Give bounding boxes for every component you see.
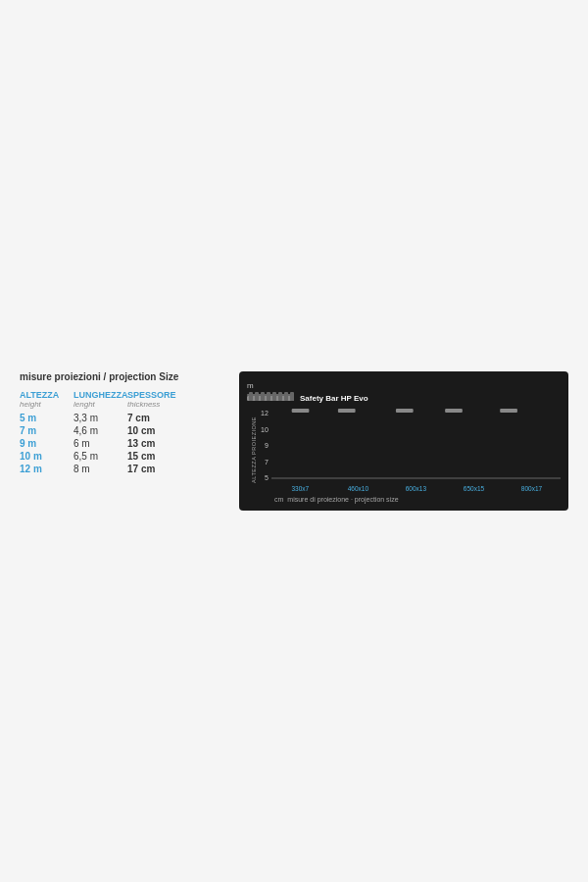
col-header-length: lunghezza lenght — [74, 390, 127, 409]
y-unit-label: m — [247, 381, 561, 390]
x-bottom-row: cm misure di proiezione · projection siz… — [247, 496, 561, 503]
svg-rect-2 — [249, 392, 253, 401]
title-italian: misure proiezioni — [20, 371, 101, 382]
left-panel: misure proiezioni / projection Size ALTE… — [20, 371, 216, 474]
table-header: ALTEZZA HEIGHT lunghezza lenght spessore… — [20, 390, 216, 409]
y-axis-label: ALTEZZA PROIEZIONE — [251, 416, 257, 483]
x-unit: cm — [274, 496, 283, 503]
y-label: 9 — [265, 442, 269, 449]
product-icon — [247, 392, 296, 404]
cell-length: 6 m — [74, 438, 127, 449]
table-row: 10 m 6,5 m 15 cm — [20, 451, 216, 462]
x-labels-row: 330x7460x10600x13650x15800x17 — [271, 485, 561, 492]
x-label: 800x17 — [503, 485, 561, 492]
svg-rect-12 — [291, 409, 309, 413]
y-label: 10 — [261, 426, 269, 433]
y-label: 5 — [265, 474, 269, 481]
chart-header: Safety Bar HP Evo — [247, 392, 561, 404]
cell-length: 8 m — [74, 464, 127, 474]
cell-height: 10 m — [20, 451, 74, 462]
x-label: 460x10 — [329, 485, 387, 492]
svg-rect-6 — [272, 392, 276, 401]
table-row: 12 m 8 m 17 cm — [20, 464, 216, 474]
title-separator: / — [104, 371, 107, 382]
svg-rect-3 — [255, 392, 259, 401]
x-size-label: misure di proiezione · projection size — [287, 496, 398, 503]
y-label: 12 — [261, 410, 269, 416]
svg-rect-18 — [445, 409, 463, 413]
cell-thickness: 10 cm — [127, 425, 191, 436]
main-container: misure proiezioni / projection Size ALTE… — [20, 371, 568, 511]
section-title: misure proiezioni / projection Size — [20, 371, 216, 382]
cell-length: 3,3 m — [74, 413, 127, 423]
chart-panel: m Safety Bar HP Evo ALTEZZA PROIEZIONE — [239, 371, 568, 511]
svg-rect-4 — [261, 392, 265, 401]
chart-content: ALTEZZA PROIEZIONE 1210975 330x7460x1060… — [247, 408, 561, 492]
table-body: 5 m 3,3 m 7 cm 7 m 4,6 m 10 cm 9 m 6 m 1… — [20, 413, 216, 474]
product-name-label: Safety Bar HP Evo — [300, 394, 368, 403]
table-row: 5 m 3,3 m 7 cm — [20, 413, 216, 423]
cell-height: 5 m — [20, 413, 74, 423]
svg-rect-5 — [267, 392, 270, 401]
cell-thickness: 15 cm — [127, 451, 191, 462]
svg-rect-8 — [284, 392, 288, 401]
cell-height: 7 m — [20, 425, 74, 436]
chart-draw-area: 330x7460x10600x13650x15800x17 — [271, 408, 561, 492]
cell-length: 6,5 m — [74, 451, 127, 462]
svg-rect-7 — [278, 392, 282, 401]
table-row: 7 m 4,6 m 10 cm — [20, 425, 216, 436]
x-label: 650x15 — [445, 485, 503, 492]
cell-length: 4,6 m — [74, 425, 127, 436]
y-label: 7 — [265, 459, 269, 466]
cell-thickness: 7 cm — [127, 413, 191, 423]
y-labels: 1210975 — [261, 408, 271, 481]
x-label: 600x13 — [387, 485, 445, 492]
svg-rect-9 — [290, 392, 294, 401]
table-row: 9 m 6 m 13 cm — [20, 438, 216, 449]
cell-thickness: 17 cm — [127, 464, 191, 474]
y-axis-container: ALTEZZA PROIEZIONE — [247, 408, 261, 492]
cell-thickness: 13 cm — [127, 438, 191, 449]
col-header-thickness: spessore thickness — [127, 390, 191, 409]
svg-rect-20 — [500, 409, 517, 413]
title-english: projection Size — [109, 371, 178, 382]
cell-height: 9 m — [20, 438, 74, 449]
chart-svg — [271, 408, 561, 481]
col-header-height: ALTEZZA HEIGHT — [20, 390, 74, 409]
svg-rect-14 — [338, 409, 356, 413]
cell-height: 12 m — [20, 464, 74, 474]
x-label: 330x7 — [271, 485, 329, 492]
svg-rect-16 — [396, 409, 414, 413]
